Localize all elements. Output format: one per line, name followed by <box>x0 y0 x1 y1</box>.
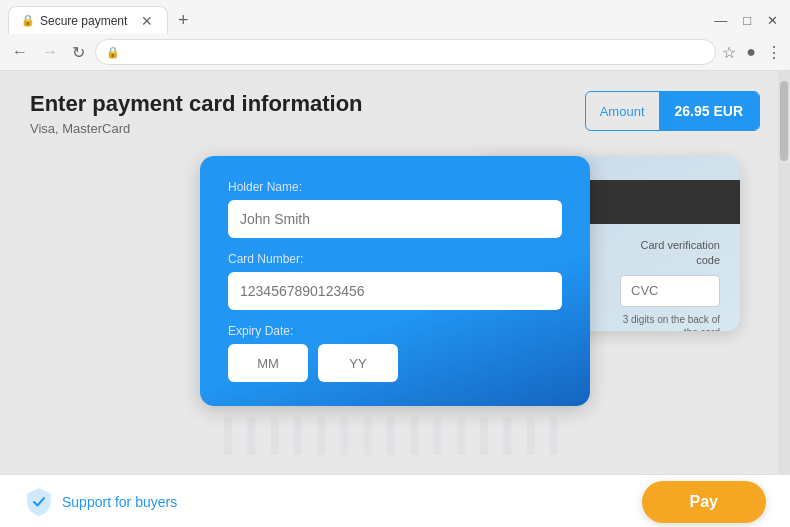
scrollbar-thumb[interactable] <box>780 81 788 161</box>
amount-badge: Amount 26.95 EUR <box>585 91 760 131</box>
back-button[interactable]: ← <box>8 41 32 63</box>
cards-area: Holder Name: Card Number: Expiry Date: C… <box>30 156 760 406</box>
page-footer: Support for buyers Pay <box>0 474 790 527</box>
window-controls: — □ ✕ <box>714 13 782 28</box>
expiry-mm-input[interactable] <box>228 344 308 382</box>
holder-name-input[interactable] <box>228 200 562 238</box>
page-title-block: Enter payment card information Visa, Mas… <box>30 91 363 136</box>
scrollbar-track[interactable] <box>778 71 790 527</box>
toolbar-icons: ☆ ● ⋮ <box>722 43 782 62</box>
profile-icon[interactable]: ● <box>746 43 756 62</box>
minimize-button[interactable]: — <box>714 13 727 28</box>
watermark: IIIIIIIIIIIIIII <box>220 404 569 468</box>
footer-left: Support for buyers <box>24 487 177 517</box>
pay-button[interactable]: Pay <box>642 481 766 523</box>
cvc-input[interactable] <box>620 275 720 307</box>
page-header: Enter payment card information Visa, Mas… <box>30 91 760 136</box>
address-bar[interactable]: 🔒 <box>95 39 716 65</box>
form-card: Holder Name: Card Number: Expiry Date: <box>200 156 590 406</box>
address-bar-row: ← → ↻ 🔒 ☆ ● ⋮ <box>0 34 790 70</box>
amount-label: Amount <box>586 104 659 119</box>
close-button[interactable]: ✕ <box>767 13 778 28</box>
new-tab-button[interactable]: + <box>174 10 193 31</box>
card-number-label: Card Number: <box>228 252 562 266</box>
tab-lock-icon: 🔒 <box>21 14 35 27</box>
address-lock-icon: 🔒 <box>106 46 120 59</box>
refresh-button[interactable]: ↻ <box>68 41 89 64</box>
bookmark-icon[interactable]: ☆ <box>722 43 736 62</box>
page-subtitle: Visa, MasterCard <box>30 121 363 136</box>
card-number-input[interactable] <box>228 272 562 310</box>
cvc-label: Card verificationcode <box>641 238 720 269</box>
title-bar: 🔒 Secure payment ✕ + — □ ✕ <box>0 0 790 34</box>
tab-title: Secure payment <box>40 14 127 28</box>
page-title: Enter payment card information <box>30 91 363 117</box>
page-content: IIIIIIIIIIIIIII Enter payment card infor… <box>0 71 790 527</box>
holder-name-label: Holder Name: <box>228 180 562 194</box>
expiry-yy-input[interactable] <box>318 344 398 382</box>
maximize-button[interactable]: □ <box>743 13 751 28</box>
tab-close-button[interactable]: ✕ <box>139 13 155 29</box>
amount-value: 26.95 EUR <box>659 92 759 130</box>
forward-button[interactable]: → <box>38 41 62 63</box>
menu-icon[interactable]: ⋮ <box>766 43 782 62</box>
cvc-hint: 3 digits on the back ofthe card <box>623 313 720 331</box>
browser-chrome: 🔒 Secure payment ✕ + — □ ✕ ← → ↻ 🔒 ☆ ● ⋮ <box>0 0 790 71</box>
expiry-date-label: Expiry Date: <box>228 324 562 338</box>
support-link[interactable]: Support for buyers <box>62 494 177 510</box>
shield-icon <box>24 487 54 517</box>
browser-tab[interactable]: 🔒 Secure payment ✕ <box>8 6 168 34</box>
expiry-row <box>228 344 562 382</box>
